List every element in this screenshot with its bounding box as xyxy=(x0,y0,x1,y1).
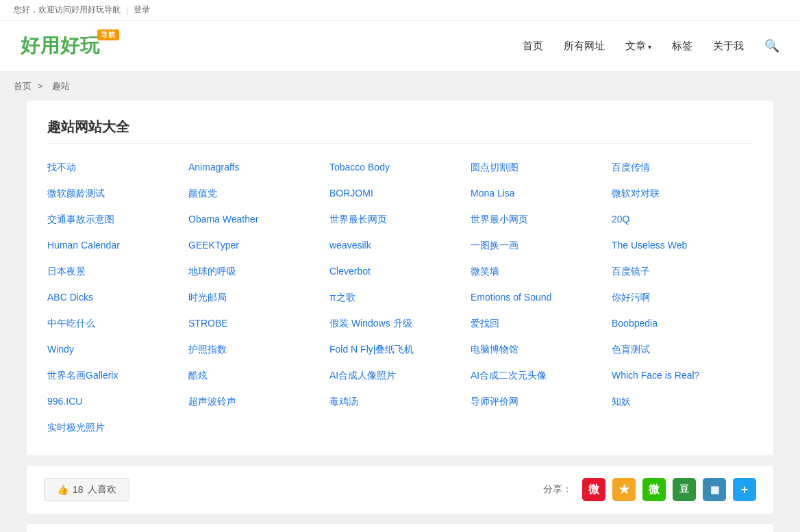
list-item: STROBE xyxy=(188,314,329,334)
link[interactable]: 你好污啊 xyxy=(612,292,650,303)
link[interactable]: 圆点切割图 xyxy=(471,162,518,173)
list-item: 百度镜子 xyxy=(612,262,753,282)
link[interactable]: Cleverbot xyxy=(329,266,371,277)
link[interactable]: Windy xyxy=(47,344,74,355)
link[interactable]: 实时极光照片 xyxy=(47,422,105,433)
list-item: 世界最长网页 xyxy=(329,210,471,230)
list-item: 中午吃什么 xyxy=(47,314,188,334)
share-weibo-button[interactable]: 微 xyxy=(582,478,605,501)
link[interactable]: 电脑博物馆 xyxy=(471,344,518,355)
link[interactable]: Tobacco Body xyxy=(329,162,390,173)
link[interactable]: 20Q xyxy=(612,214,629,225)
breadcrumb-home[interactable]: 首页 xyxy=(14,81,32,91)
link[interactable]: 996.ICU xyxy=(47,396,82,407)
list-item: 微软颜龄测试 xyxy=(47,183,188,204)
list-item: 护照指数 xyxy=(188,340,329,360)
list-item: 20Q xyxy=(612,210,753,230)
link[interactable]: The Useless Web xyxy=(612,240,687,251)
link[interactable]: Emotions of Sound xyxy=(471,292,551,303)
link[interactable]: 找不动 xyxy=(47,162,76,173)
star-icon: ★ xyxy=(618,482,629,497)
list-item: weavesilk xyxy=(329,236,471,256)
link[interactable]: STROBE xyxy=(188,318,228,329)
top-divider: | xyxy=(126,5,128,15)
breadcrumb: 首页 > 趣站 xyxy=(0,72,800,101)
link[interactable]: 时光邮局 xyxy=(188,292,227,303)
share-douban-button[interactable]: 豆 xyxy=(673,478,696,501)
link[interactable]: 护照指数 xyxy=(188,344,227,355)
list-item: 找不动 xyxy=(47,157,188,178)
card-title: 趣站网站大全 xyxy=(47,118,753,144)
link[interactable]: 爱找回 xyxy=(471,318,499,329)
plus-icon: + xyxy=(741,483,749,497)
link[interactable]: 百度镜子 xyxy=(612,266,650,277)
link[interactable]: 世界名画Gallerix xyxy=(47,370,118,381)
link[interactable]: Boobpedia xyxy=(612,318,658,329)
share-add-button[interactable]: + xyxy=(733,478,756,501)
link[interactable]: 微软颜龄测试 xyxy=(47,188,105,199)
list-item: The Useless Web xyxy=(612,236,753,256)
wechat-icon: 微 xyxy=(649,483,660,497)
link[interactable]: 超声波铃声 xyxy=(188,396,236,407)
link[interactable]: GEEKTyper xyxy=(188,240,239,251)
link[interactable]: 微笑墙 xyxy=(471,266,499,277)
search-icon[interactable]: 🔍 xyxy=(764,38,779,53)
link[interactable]: 酷炫 xyxy=(188,370,208,381)
list-item: 毒鸡汤 xyxy=(329,392,471,412)
nav-about[interactable]: 关于我 xyxy=(713,40,744,53)
share-wechat-button[interactable]: 微 xyxy=(642,478,666,501)
share-other-button[interactable]: ▦ xyxy=(703,478,726,501)
link[interactable]: 日本夜景 xyxy=(47,266,86,277)
link[interactable]: 交通事故示意图 xyxy=(47,214,114,225)
nav-articles[interactable]: 文章 xyxy=(625,40,651,53)
link[interactable]: Fold N Fly|叠纸飞机 xyxy=(329,344,414,355)
top-bar: 您好，欢迎访问好用好玩导航 | 登录 xyxy=(0,0,800,21)
main-nav: 首页 所有网址 文章 标签 关于我 🔍 xyxy=(523,38,779,53)
list-item: AI合成人像照片 xyxy=(329,366,471,386)
login-link[interactable]: 登录 xyxy=(134,4,150,16)
link[interactable]: Mona Lisa xyxy=(471,188,515,199)
link[interactable]: Animagraffs xyxy=(188,162,239,173)
links-card: 趣站网站大全 找不动AnimagraffsTobacco Body圆点切割图百度… xyxy=(27,101,773,455)
link[interactable]: Obama Weather xyxy=(188,214,258,225)
list-item: Human Calendar xyxy=(47,236,188,256)
link[interactable]: 百度传情 xyxy=(612,162,650,173)
list-item: 日本夜景 xyxy=(47,262,188,282)
nav-home[interactable]: 首页 xyxy=(523,40,543,53)
header: 好用好玩 导航 首页 所有网址 文章 标签 关于我 🔍 xyxy=(0,21,800,72)
link[interactable]: 地球的呼吸 xyxy=(188,266,236,277)
list-item: π之歌 xyxy=(329,288,471,308)
link[interactable]: weavesilk xyxy=(329,240,371,251)
link[interactable]: 微软对对联 xyxy=(612,188,660,199)
list-item: Emotions of Sound xyxy=(471,288,612,308)
thumb-icon: 👍 xyxy=(57,484,68,495)
list-item: Fold N Fly|叠纸飞机 xyxy=(329,340,471,360)
link[interactable]: Human Calendar xyxy=(47,240,120,251)
link[interactable]: 一图换一画 xyxy=(471,240,518,251)
list-item: 爱找回 xyxy=(471,314,612,334)
links-grid: 找不动AnimagraffsTobacco Body圆点切割图百度传情微软颜龄测… xyxy=(47,157,753,438)
list-item: 知妖 xyxy=(612,392,753,412)
nav-tags[interactable]: 标签 xyxy=(672,40,692,53)
link[interactable]: 知妖 xyxy=(612,396,631,407)
link[interactable]: 假装 Windows 升级 xyxy=(329,318,412,329)
list-item: 时光邮局 xyxy=(188,288,329,308)
like-button[interactable]: 👍 18 人喜欢 xyxy=(44,478,129,501)
link[interactable]: 色盲测试 xyxy=(612,344,650,355)
link[interactable]: 中午吃什么 xyxy=(47,318,95,329)
nav-all-sites[interactable]: 所有网址 xyxy=(564,40,605,53)
link[interactable]: AI合成人像照片 xyxy=(329,370,396,381)
link[interactable]: ABC Dicks xyxy=(47,292,93,303)
list-item: Animagraffs xyxy=(188,157,329,178)
link[interactable]: π之歌 xyxy=(329,292,355,303)
link[interactable]: Which Face is Real? xyxy=(612,370,699,381)
link[interactable]: 毒鸡汤 xyxy=(329,396,358,407)
logo[interactable]: 好用好玩 导航 xyxy=(21,33,100,59)
link[interactable]: AI合成二次元头像 xyxy=(471,370,547,381)
link[interactable]: 颜值党 xyxy=(188,188,217,199)
link[interactable]: 世界最小网页 xyxy=(471,214,528,225)
share-favorite-button[interactable]: ★ xyxy=(612,478,636,501)
link[interactable]: 导师评价网 xyxy=(471,396,518,407)
link[interactable]: BORJOMI xyxy=(329,188,373,199)
link[interactable]: 世界最长网页 xyxy=(329,214,387,225)
